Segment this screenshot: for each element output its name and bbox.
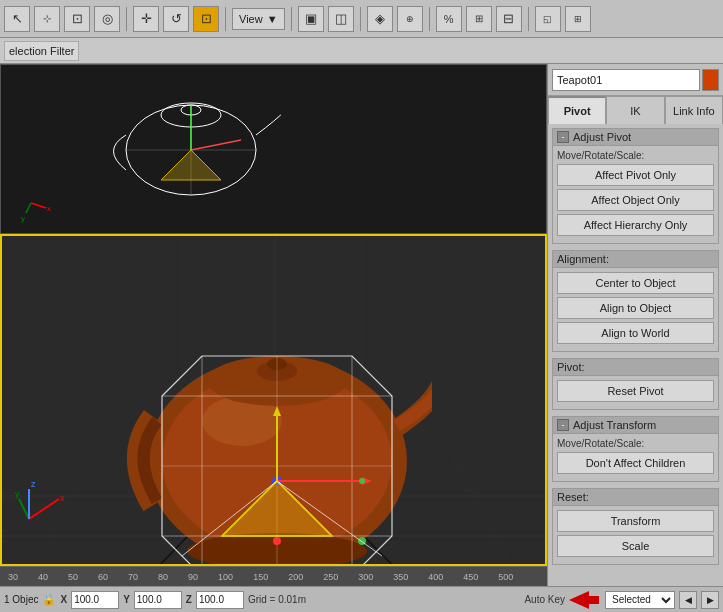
alignment-header: Alignment:: [553, 251, 718, 268]
ruler-tick-80: 80: [158, 572, 168, 582]
move-rotate-scale-label: Move/Rotate/Scale:: [557, 150, 714, 161]
scale-reset-btn[interactable]: Scale: [557, 535, 714, 557]
adjust-transform-header: - Adjust Transform: [553, 417, 718, 434]
align-to-object-btn[interactable]: Align to Object: [557, 297, 714, 319]
adjust-transform-section: - Adjust Transform Move/Rotate/Scale: Do…: [552, 416, 719, 482]
svg-text:z: z: [31, 479, 36, 489]
ruler-tick-450: 450: [463, 572, 478, 582]
svg-line-9: [191, 140, 241, 150]
lock-icon[interactable]: 🔒: [42, 593, 56, 606]
persp-axis-gizmo: x y z: [14, 479, 69, 534]
ruler-tick-90: 90: [188, 572, 198, 582]
sep2: [225, 7, 226, 31]
alignment-content: Center to Object Align to Object Align t…: [553, 268, 718, 351]
scale-tool[interactable]: ⊡: [193, 6, 219, 32]
tab-pivot-label: Pivot: [564, 105, 591, 117]
snap-btn[interactable]: %: [436, 6, 462, 32]
reset-label: Reset:: [557, 491, 589, 503]
collapse-adjust-transform[interactable]: -: [557, 419, 569, 431]
circle-tool[interactable]: ◎: [94, 6, 120, 32]
pointer-tool[interactable]: ↖: [4, 6, 30, 32]
sep5: [429, 7, 430, 31]
adjust-transform-label: Adjust Transform: [573, 419, 656, 431]
material-editor-btn[interactable]: ◈: [367, 6, 393, 32]
quick-render-btn[interactable]: ◫: [328, 6, 354, 32]
ruler-tick-250: 250: [323, 572, 338, 582]
object-name-input[interactable]: [552, 69, 700, 91]
svg-line-55: [19, 499, 29, 519]
array-btn[interactable]: ⊟: [496, 6, 522, 32]
affect-object-only-btn[interactable]: Affect Object Only: [557, 189, 714, 211]
affect-pivot-only-btn[interactable]: Affect Pivot Only: [557, 164, 714, 186]
ruler-tick-50: 50: [68, 572, 78, 582]
tab-ik[interactable]: IK: [606, 96, 664, 124]
adjust-pivot-section: - Adjust Pivot Move/Rotate/Scale: Affect…: [552, 128, 719, 244]
ruler-tick-300: 300: [358, 572, 373, 582]
tab-ik-label: IK: [630, 105, 640, 117]
ruler-tick-60: 60: [98, 572, 108, 582]
status-bar: 1 Objec 🔒 X Y Z Grid = 0.01m Auto Key Se…: [0, 586, 723, 612]
viewport-persp[interactable]: Perspective: [0, 234, 547, 566]
adjust-transform-content: Move/Rotate/Scale: Don't Affect Children: [553, 434, 718, 481]
view-dropdown[interactable]: View ▼: [232, 8, 285, 30]
alignment-section: Alignment: Center to Object Align to Obj…: [552, 250, 719, 352]
y-coord-input[interactable]: [134, 591, 182, 609]
x-coord-input[interactable]: [71, 591, 119, 609]
tab-link-info-label: Link Info: [673, 105, 715, 117]
svg-marker-11: [161, 150, 221, 180]
move-tool[interactable]: ✛: [133, 6, 159, 32]
nav-prev-btn[interactable]: ◀: [679, 591, 697, 609]
pivot-header: Pivot:: [553, 359, 718, 376]
svg-point-47: [273, 537, 281, 545]
svg-line-0: [31, 203, 46, 208]
affect-hierarchy-only-btn[interactable]: Affect Hierarchy Only: [557, 214, 714, 236]
svg-line-54: [29, 499, 59, 519]
crosshair-tool[interactable]: ⊹: [34, 6, 60, 32]
sep6: [528, 7, 529, 31]
ruler-tick-400: 400: [428, 572, 443, 582]
align-to-world-btn[interactable]: Align to World: [557, 322, 714, 344]
render-btn[interactable]: ▣: [298, 6, 324, 32]
grid-info: Grid = 0.01m: [248, 594, 306, 605]
viewport-area: x y: [0, 64, 547, 586]
adjust-pivot-label: Adjust Pivot: [573, 131, 631, 143]
collapse-adjust-pivot[interactable]: -: [557, 131, 569, 143]
mirror-btn[interactable]: ⊞: [466, 6, 492, 32]
object-name-area: [548, 64, 723, 96]
align-btn[interactable]: ⊕: [397, 6, 423, 32]
viewport-top[interactable]: x y: [0, 64, 547, 234]
panel-content: - Adjust Pivot Move/Rotate/Scale: Affect…: [548, 124, 723, 586]
ruler-tick-200: 200: [288, 572, 303, 582]
teapot-wireframe: [101, 85, 281, 215]
reset-section: Reset: Transform Scale: [552, 488, 719, 565]
right-panel: Pivot IK Link Info - Adjust Pivot Move/R…: [547, 64, 723, 586]
tabs-row: Pivot IK Link Info: [548, 96, 723, 124]
nav-next-btn[interactable]: ▶: [701, 591, 719, 609]
selected-dropdown[interactable]: Selected: [605, 591, 675, 609]
extra-btn2[interactable]: ⊞: [565, 6, 591, 32]
object-count: 1 Objec: [4, 594, 38, 605]
tab-pivot[interactable]: Pivot: [548, 96, 606, 124]
reset-header: Reset:: [553, 489, 718, 506]
center-to-object-btn[interactable]: Center to Object: [557, 272, 714, 294]
z-coord-input[interactable]: [196, 591, 244, 609]
transform-reset-btn[interactable]: Transform: [557, 510, 714, 532]
main-layout: x y: [0, 64, 723, 586]
dont-affect-children-btn[interactable]: Don't Affect Children: [557, 452, 714, 474]
sep4: [360, 7, 361, 31]
ruler-tick-30: 30: [8, 572, 18, 582]
reset-content: Transform Scale: [553, 506, 718, 564]
x-coord-label: X: [60, 594, 67, 605]
region-tool[interactable]: ⊡: [64, 6, 90, 32]
tab-link-info[interactable]: Link Info: [665, 96, 723, 124]
rotate-tool[interactable]: ↺: [163, 6, 189, 32]
svg-text:x: x: [47, 204, 51, 213]
reset-pivot-btn[interactable]: Reset Pivot: [557, 380, 714, 402]
dropdown-arrow: ▼: [267, 13, 278, 25]
sep1: [126, 7, 127, 31]
svg-marker-60: [569, 591, 599, 609]
extra-btn1[interactable]: ◱: [535, 6, 561, 32]
object-color-swatch[interactable]: [702, 69, 719, 91]
pivot-content: Reset Pivot: [553, 376, 718, 409]
ruler-tick-100: 100: [218, 572, 233, 582]
